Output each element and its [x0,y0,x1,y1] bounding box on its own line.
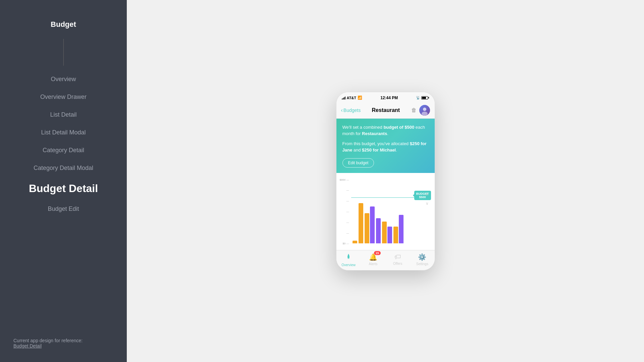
bar-group-3 [365,206,375,243]
edit-budget-button[interactable]: Edit budget [342,158,374,168]
y-label-4: — [340,221,349,224]
sidebar-item-list-detail[interactable]: List Detail [50,111,76,118]
budget-label-text2: $500 [419,195,426,199]
offers-tab-label: Offers [393,262,402,265]
trash-icon[interactable]: 🗑 [411,107,417,113]
bar-orange-6 [393,227,398,243]
bar-orange-3 [365,213,369,243]
signal-right-icon: 📡 [416,96,420,100]
back-label[interactable]: Budgets [343,108,361,113]
back-button[interactable]: ‹ Budgets [341,107,361,113]
tab-offers[interactable]: 🏷 Offers [385,253,410,267]
tab-overview[interactable]: Overview [336,253,361,267]
y-label-1: — [340,189,349,192]
alerts-badge: 15 [374,251,381,255]
y-label-3: — [340,210,349,213]
sidebar-item-overview-drawer[interactable]: Overview Drawer [40,94,87,101]
main-content: AT&T 📶 12:44 PM 📡 ‹ Budgets Restaurant [127,0,644,362]
tab-settings[interactable]: ⚙️ Settings [410,253,434,267]
bar-group-1 [353,241,357,243]
banner-category-bold: Restaurants [362,131,387,136]
tab-alerts[interactable]: 🔔 15 Alerts [361,253,385,267]
bar-orange-5 [382,222,387,243]
sidebar-item-category-detail-modal[interactable]: Category Detail Modal [34,165,93,172]
status-bar: AT&T 📶 12:44 PM 📡 [336,92,435,102]
overview-tab-icon [345,253,352,262]
carrier-label: AT&T [347,96,357,100]
bar-orange-1 [353,241,357,243]
y-label-0: $0 — [340,242,349,245]
nav-title: Restaurant [372,107,400,113]
phone-mockup: AT&T 📶 12:44 PM 📡 ‹ Budgets Restaurant [336,92,435,270]
bar-purple-4 [376,218,381,243]
svg-point-1 [423,108,426,111]
bar-group-4 [376,218,381,243]
avatar [419,105,430,116]
y-label-2: — [340,199,349,202]
tab-bar: Overview 🔔 15 Alerts 🏷 Offers ⚙️ Setting… [336,250,435,270]
svg-point-3 [347,258,350,259]
sidebar-title: Budget [51,20,76,29]
y-label-5: — [340,232,349,235]
chart-area: $864 — — — — — — $0 — BUDGET $500 [336,173,435,250]
wifi-icon: 📶 [358,96,362,100]
bar-group-2 [359,203,363,243]
sidebar-nav: Overview Overview Drawer List Detail Lis… [0,76,127,213]
settings-tab-icon: ⚙️ [418,253,426,261]
alerts-tab-label: Alerts [369,262,378,266]
bar-purple-5 [387,227,392,243]
sidebar-item-overview[interactable]: Overview [51,76,76,83]
sidebar-footer: Current app design for reference: Budget… [0,338,127,349]
footer-link[interactable]: Budget Detail [13,343,42,349]
back-chevron-icon: ‹ [341,107,343,113]
bar-orange-2 [359,203,363,243]
svg-point-2 [422,112,428,116]
status-carrier-area: AT&T 📶 [342,96,363,100]
chevron-down-icon[interactable]: ∨ [426,201,429,206]
signal-icon [342,96,345,100]
banner-line1: We'll set a combined budget of $500 each… [342,124,429,137]
banner-michael-bold: $250 for Michael [362,147,396,153]
nav-icons: 🗑 [411,105,430,116]
y-label-864: $864 — [340,178,349,181]
settings-tab-label: Settings [416,262,428,266]
footer-text: Current app design for reference: [13,338,83,343]
sidebar-item-category-detail[interactable]: Category Detail [43,147,84,154]
bar-group-5 [382,222,392,243]
nav-bar: ‹ Budgets Restaurant 🗑 [336,102,435,119]
banner-line2: From this budget, you've allocated $250 … [342,140,429,154]
bar-purple-3 [370,206,375,243]
sidebar: Budget Overview Overview Drawer List Det… [0,0,127,362]
chevron-up-icon[interactable]: ∧ [426,192,429,196]
battery-icon [421,96,429,100]
sidebar-item-budget-edit[interactable]: Budget Edit [48,205,79,213]
alerts-badge-wrapper: 🔔 15 [369,253,377,261]
banner-budget-bold: budget of $500 [383,125,414,130]
bar-purple-6 [399,215,404,243]
sidebar-item-budget-detail[interactable]: Budget Detail [29,182,98,195]
bar-group-6 [393,215,404,243]
sidebar-item-list-detail-modal[interactable]: List Detail Modal [41,129,86,136]
offers-tab-icon: 🏷 [394,253,401,261]
overview-tab-label: Overview [341,263,356,267]
sidebar-divider [63,39,64,66]
budget-banner: We'll set a combined budget of $500 each… [336,119,435,173]
status-time: 12:44 PM [380,96,398,100]
status-right-icons: 📡 [416,96,429,100]
